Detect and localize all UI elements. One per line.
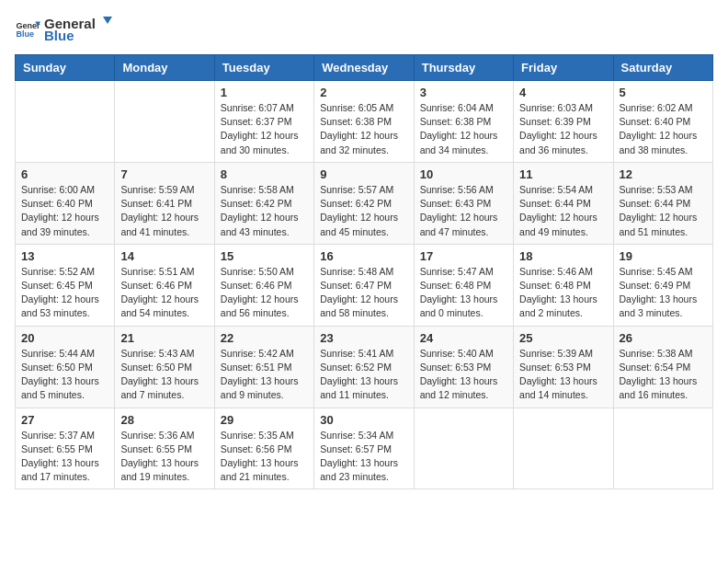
- day-detail: Sunrise: 5:59 AM Sunset: 6:41 PM Dayligh…: [120, 183, 208, 239]
- calendar-cell: 11Sunrise: 5:54 AM Sunset: 6:44 PM Dayli…: [514, 162, 613, 244]
- day-detail: Sunrise: 6:07 AM Sunset: 6:37 PM Dayligh…: [221, 101, 308, 157]
- day-detail: Sunrise: 5:54 AM Sunset: 6:44 PM Dayligh…: [519, 183, 607, 239]
- day-detail: Sunrise: 6:05 AM Sunset: 6:38 PM Dayligh…: [320, 101, 407, 157]
- day-detail: Sunrise: 5:57 AM Sunset: 6:42 PM Dayligh…: [320, 183, 407, 239]
- day-detail: Sunrise: 5:38 AM Sunset: 6:54 PM Dayligh…: [620, 347, 707, 403]
- calendar-cell: 30Sunrise: 5:34 AM Sunset: 6:57 PM Dayli…: [314, 408, 414, 489]
- calendar-cell: 10Sunrise: 5:56 AM Sunset: 6:43 PM Dayli…: [414, 162, 513, 244]
- calendar-cell: 5Sunrise: 6:02 AM Sunset: 6:40 PM Daylig…: [613, 81, 712, 163]
- calendar-cell: 8Sunrise: 5:58 AM Sunset: 6:42 PM Daylig…: [214, 162, 313, 244]
- day-detail: Sunrise: 6:03 AM Sunset: 6:39 PM Dayligh…: [519, 101, 607, 157]
- logo-icon: General Blue: [15, 17, 40, 42]
- day-detail: Sunrise: 5:39 AM Sunset: 6:53 PM Dayligh…: [519, 347, 607, 403]
- calendar-cell: [414, 408, 513, 489]
- calendar-cell: 19Sunrise: 5:45 AM Sunset: 6:49 PM Dayli…: [613, 244, 712, 326]
- logo-triangle-icon: [96, 15, 112, 31]
- week-row-2: 6Sunrise: 6:00 AM Sunset: 6:40 PM Daylig…: [16, 162, 713, 244]
- day-detail: Sunrise: 5:56 AM Sunset: 6:43 PM Dayligh…: [420, 183, 507, 239]
- calendar-cell: 29Sunrise: 5:35 AM Sunset: 6:56 PM Dayli…: [214, 408, 313, 489]
- day-number: 9: [320, 167, 407, 181]
- calendar-cell: 20Sunrise: 5:44 AM Sunset: 6:50 PM Dayli…: [16, 326, 115, 408]
- calendar-cell: 18Sunrise: 5:46 AM Sunset: 6:48 PM Dayli…: [514, 244, 613, 326]
- calendar-header-wednesday: Wednesday: [314, 55, 414, 81]
- calendar-cell: [16, 81, 115, 163]
- logo: General Blue General Blue: [15, 15, 112, 43]
- calendar-cell: 9Sunrise: 5:57 AM Sunset: 6:42 PM Daylig…: [314, 162, 414, 244]
- calendar-header-sunday: Sunday: [16, 55, 115, 81]
- day-detail: Sunrise: 5:37 AM Sunset: 6:55 PM Dayligh…: [21, 429, 108, 485]
- calendar-cell: 27Sunrise: 5:37 AM Sunset: 6:55 PM Dayli…: [16, 408, 115, 489]
- day-detail: Sunrise: 5:36 AM Sunset: 6:55 PM Dayligh…: [120, 429, 208, 485]
- day-detail: Sunrise: 5:53 AM Sunset: 6:44 PM Dayligh…: [620, 183, 707, 239]
- day-number: 10: [420, 167, 507, 181]
- day-detail: Sunrise: 6:02 AM Sunset: 6:40 PM Dayligh…: [620, 101, 707, 157]
- day-number: 7: [120, 167, 208, 181]
- day-number: 8: [221, 167, 308, 181]
- header-row: SundayMondayTuesdayWednesdayThursdayFrid…: [16, 55, 713, 81]
- calendar-header-friday: Friday: [514, 55, 613, 81]
- day-number: 5: [620, 86, 707, 99]
- calendar-cell: 28Sunrise: 5:36 AM Sunset: 6:55 PM Dayli…: [115, 408, 214, 489]
- calendar-cell: 2Sunrise: 6:05 AM Sunset: 6:38 PM Daylig…: [314, 81, 414, 163]
- day-detail: Sunrise: 6:04 AM Sunset: 6:38 PM Dayligh…: [420, 101, 507, 157]
- calendar-cell: 14Sunrise: 5:51 AM Sunset: 6:46 PM Dayli…: [115, 244, 214, 326]
- day-number: 13: [21, 249, 108, 263]
- day-detail: Sunrise: 6:00 AM Sunset: 6:40 PM Dayligh…: [21, 183, 108, 239]
- day-number: 19: [620, 249, 707, 263]
- day-number: 23: [320, 331, 407, 345]
- day-detail: Sunrise: 5:52 AM Sunset: 6:45 PM Dayligh…: [21, 265, 108, 321]
- day-detail: Sunrise: 5:42 AM Sunset: 6:51 PM Dayligh…: [221, 347, 308, 403]
- day-detail: Sunrise: 5:34 AM Sunset: 6:57 PM Dayligh…: [320, 429, 407, 485]
- svg-text:Blue: Blue: [16, 29, 34, 39]
- day-number: 30: [320, 413, 407, 427]
- day-number: 20: [21, 331, 108, 345]
- calendar-header-saturday: Saturday: [613, 55, 712, 81]
- day-number: 17: [420, 249, 507, 263]
- day-number: 6: [21, 167, 108, 181]
- day-detail: Sunrise: 5:50 AM Sunset: 6:46 PM Dayligh…: [221, 265, 308, 321]
- header: General Blue General Blue: [15, 15, 713, 43]
- day-number: 16: [320, 249, 407, 263]
- calendar-cell: [613, 408, 712, 489]
- calendar-cell: 17Sunrise: 5:47 AM Sunset: 6:48 PM Dayli…: [414, 244, 513, 326]
- day-detail: Sunrise: 5:35 AM Sunset: 6:56 PM Dayligh…: [221, 429, 308, 485]
- day-number: 25: [519, 331, 607, 345]
- calendar-cell: 1Sunrise: 6:07 AM Sunset: 6:37 PM Daylig…: [214, 81, 313, 163]
- day-detail: Sunrise: 5:44 AM Sunset: 6:50 PM Dayligh…: [21, 347, 108, 403]
- day-number: 24: [420, 331, 507, 345]
- day-number: 29: [221, 413, 308, 427]
- calendar-cell: 12Sunrise: 5:53 AM Sunset: 6:44 PM Dayli…: [613, 162, 712, 244]
- calendar-header-tuesday: Tuesday: [214, 55, 313, 81]
- day-number: 14: [120, 249, 208, 263]
- day-detail: Sunrise: 5:58 AM Sunset: 6:42 PM Dayligh…: [221, 183, 308, 239]
- day-detail: Sunrise: 5:41 AM Sunset: 6:52 PM Dayligh…: [320, 347, 407, 403]
- day-number: 21: [120, 331, 208, 345]
- day-number: 11: [519, 167, 607, 181]
- svg-marker-3: [103, 17, 112, 24]
- day-number: 27: [21, 413, 108, 427]
- calendar-cell: 4Sunrise: 6:03 AM Sunset: 6:39 PM Daylig…: [514, 81, 613, 163]
- week-row-4: 20Sunrise: 5:44 AM Sunset: 6:50 PM Dayli…: [16, 326, 713, 408]
- calendar-header-thursday: Thursday: [414, 55, 513, 81]
- day-number: 26: [620, 331, 707, 345]
- calendar-cell: 3Sunrise: 6:04 AM Sunset: 6:38 PM Daylig…: [414, 81, 513, 163]
- day-number: 18: [519, 249, 607, 263]
- calendar-cell: 23Sunrise: 5:41 AM Sunset: 6:52 PM Dayli…: [314, 326, 414, 408]
- calendar-cell: [514, 408, 613, 489]
- day-number: 22: [221, 331, 308, 345]
- calendar-cell: 7Sunrise: 5:59 AM Sunset: 6:41 PM Daylig…: [115, 162, 214, 244]
- calendar-cell: [115, 81, 214, 163]
- day-detail: Sunrise: 5:40 AM Sunset: 6:53 PM Dayligh…: [420, 347, 507, 403]
- calendar-cell: 6Sunrise: 6:00 AM Sunset: 6:40 PM Daylig…: [16, 162, 115, 244]
- calendar-table: SundayMondayTuesdayWednesdayThursdayFrid…: [15, 54, 713, 489]
- calendar-header-monday: Monday: [115, 55, 214, 81]
- calendar-cell: 22Sunrise: 5:42 AM Sunset: 6:51 PM Dayli…: [214, 326, 313, 408]
- day-number: 12: [620, 167, 707, 181]
- day-number: 15: [221, 249, 308, 263]
- calendar-cell: 21Sunrise: 5:43 AM Sunset: 6:50 PM Dayli…: [115, 326, 214, 408]
- day-detail: Sunrise: 5:43 AM Sunset: 6:50 PM Dayligh…: [120, 347, 208, 403]
- day-number: 1: [221, 86, 308, 99]
- day-number: 28: [120, 413, 208, 427]
- calendar-cell: 13Sunrise: 5:52 AM Sunset: 6:45 PM Dayli…: [16, 244, 115, 326]
- week-row-3: 13Sunrise: 5:52 AM Sunset: 6:45 PM Dayli…: [16, 244, 713, 326]
